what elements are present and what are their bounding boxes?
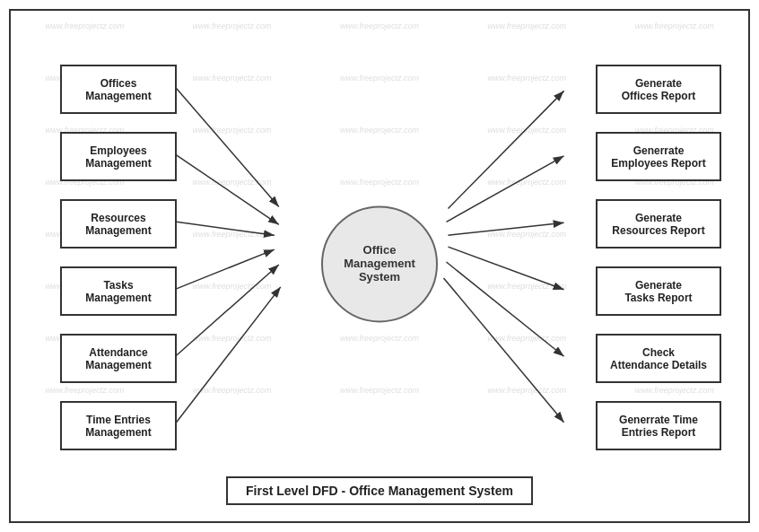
svg-line-10 bbox=[448, 247, 563, 290]
center-circle: Office Management System bbox=[321, 205, 438, 322]
generate-resources-report-box: Generate Resources Report bbox=[596, 199, 721, 249]
svg-line-2 bbox=[177, 155, 279, 224]
generate-employees-report-box: Generrate Employees Report bbox=[596, 132, 721, 181]
time-entries-management-box: Time Entries Management bbox=[60, 401, 177, 450]
footer-label: First Level DFD - Office Management Syst… bbox=[226, 476, 533, 505]
employees-management-box: Employees Management bbox=[60, 132, 177, 181]
generate-offices-report-box: Generate Offices Report bbox=[596, 65, 721, 114]
offices-management-box: Offices Management bbox=[60, 65, 177, 114]
attendance-management-box: Attendance Management bbox=[60, 334, 177, 383]
generate-tasks-report-box: Generate Tasks Report bbox=[596, 266, 721, 316]
generate-time-entries-report-box: Generrate Time Entries Report bbox=[596, 401, 721, 450]
tasks-management-box: Tasks Management bbox=[60, 266, 177, 316]
svg-line-9 bbox=[448, 222, 563, 235]
svg-line-12 bbox=[443, 278, 563, 423]
svg-line-1 bbox=[177, 88, 279, 206]
svg-line-8 bbox=[446, 156, 563, 222]
svg-line-4 bbox=[177, 249, 275, 289]
svg-line-7 bbox=[448, 91, 563, 208]
svg-line-6 bbox=[177, 287, 281, 423]
svg-line-11 bbox=[446, 262, 563, 356]
svg-line-5 bbox=[177, 265, 279, 355]
resources-management-box: Resources Management bbox=[60, 199, 177, 249]
svg-line-3 bbox=[177, 222, 275, 235]
diagram-container: www.freeprojectz.comwww.freeprojectz.com… bbox=[9, 9, 750, 523]
check-attendance-box: Check Attendance Details bbox=[596, 334, 721, 383]
